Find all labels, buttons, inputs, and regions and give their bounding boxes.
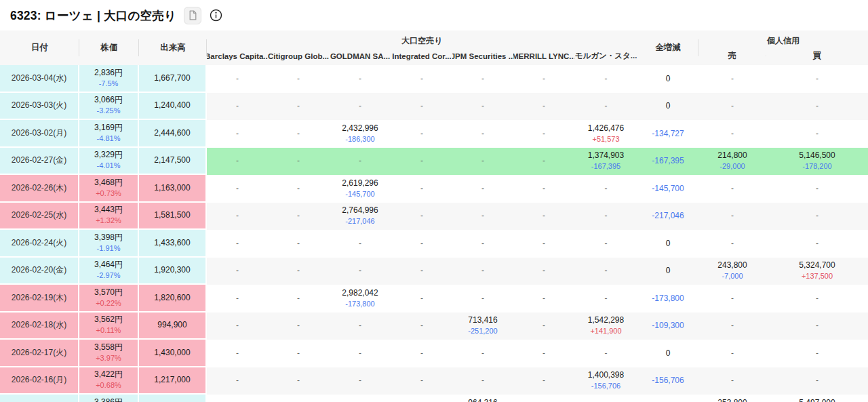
total-change-value: -109,300 — [652, 321, 684, 331]
price-cell: 3,066円-3.25% — [79, 93, 139, 121]
date-cell[interactable]: 2026-02-25(水) — [0, 203, 79, 230]
title-bar: 6323: ローツェ | 大口の空売り — [0, 0, 868, 31]
date-cell[interactable]: 2026-02-17(火) — [0, 340, 79, 367]
total-change-value: -173,800 — [652, 294, 684, 304]
empty-dash: - — [605, 211, 608, 221]
empty-dash: - — [420, 211, 423, 221]
empty-dash: - — [359, 348, 361, 359]
table-row[interactable]: 2026-02-16(月)3,422円+0.68%1,217,000------… — [0, 367, 868, 395]
volume-cell: 1,358,000 — [139, 395, 207, 402]
price-value: 3,562円 — [94, 315, 123, 325]
broker-cell: - — [513, 230, 574, 258]
broker-cell: - — [207, 367, 268, 395]
broker-cell-value: 1,374,903 — [588, 150, 624, 161]
price-cell: 3,464円-2.97% — [79, 258, 139, 285]
personal-sell-cell-value: 214,800 — [717, 150, 747, 161]
broker-cell: - — [574, 258, 637, 285]
price-cell: 3,422円+0.68% — [79, 367, 139, 395]
broker-cell: - — [391, 65, 452, 93]
broker-cell-value: 2,432,996 — [342, 123, 378, 134]
table-row[interactable]: 2026-02-13(金)3,386円-1.05%1,358,000----96… — [0, 395, 868, 402]
empty-dash: - — [297, 266, 300, 276]
empty-dash: - — [605, 184, 608, 194]
broker-cell: - — [268, 395, 329, 402]
date-cell[interactable]: 2026-02-16(月) — [0, 367, 79, 395]
empty-dash: - — [542, 239, 545, 249]
table-row[interactable]: 2026-02-25(水)3,443円+1.32%1,581,500--2,76… — [0, 203, 868, 230]
price-value: 3,169円 — [94, 123, 123, 133]
empty-dash: - — [359, 266, 361, 276]
broker-cell: - — [268, 93, 329, 121]
empty-dash: - — [359, 321, 361, 331]
price-change: +3.97% — [96, 354, 121, 363]
empty-dash: - — [731, 348, 734, 359]
price-value: 3,398円 — [94, 233, 123, 243]
table-row[interactable]: 2026-02-17(火)3,558円+3.97%1,430,000------… — [0, 340, 868, 367]
table-row[interactable]: 2026-02-18(水)3,562円+0.11%994,900----713,… — [0, 313, 868, 340]
header-broker-integrated[interactable]: Integrated Cor... — [391, 47, 452, 65]
broker-cell-change: -156,706 — [591, 382, 620, 391]
export-button[interactable] — [184, 7, 201, 24]
volume-value: 2,444,600 — [154, 128, 190, 138]
table-row[interactable]: 2026-02-24(火)3,398円-1.91%1,433,600------… — [0, 230, 868, 258]
empty-dash: - — [359, 376, 361, 386]
price-value: 3,464円 — [94, 260, 123, 270]
date-cell[interactable]: 2026-02-27(金) — [0, 148, 79, 176]
date-cell[interactable]: 2026-03-02(月) — [0, 120, 79, 148]
date-cell[interactable]: 2026-02-19(木) — [0, 285, 79, 313]
date-cell[interactable]: 2026-02-18(水) — [0, 313, 79, 340]
total-change-cell: -156,706 — [637, 367, 698, 395]
personal-buy-cell: - — [766, 367, 868, 395]
date-cell[interactable]: 2026-03-03(火) — [0, 93, 79, 121]
empty-dash: - — [731, 184, 734, 194]
header-broker-morgan[interactable]: モルガン・スタ... — [574, 47, 637, 65]
header-broker-citigroup[interactable]: Citigroup Glob... — [268, 47, 329, 65]
date-cell[interactable]: 2026-02-13(金) — [0, 395, 79, 402]
personal-sell-cell: - — [698, 65, 766, 93]
personal-sell-cell: - — [698, 93, 766, 121]
broker-cell-value: 2,619,296 — [342, 178, 378, 188]
empty-dash: - — [359, 101, 361, 111]
volume-cell: 1,920,300 — [139, 258, 207, 285]
broker-cell: - — [391, 340, 452, 367]
broker-cell: - — [329, 395, 391, 402]
table-row[interactable]: 2026-03-04(水)2,836円-7.5%1,667,700-------… — [0, 65, 868, 93]
table-row[interactable]: 2026-02-26(木)3,468円+0.73%1,163,000--2,61… — [0, 175, 868, 203]
personal-buy-cell: - — [766, 340, 868, 367]
price-value: 3,329円 — [94, 150, 123, 160]
total-change-value: -156,706 — [652, 376, 684, 386]
empty-dash: - — [236, 239, 239, 249]
empty-dash: - — [420, 74, 423, 84]
price-change: +0.68% — [96, 381, 121, 390]
date-cell[interactable]: 2026-02-24(火) — [0, 230, 79, 258]
price-value: 3,570円 — [94, 287, 123, 298]
header-broker-barclays[interactable]: Barclays Capita... — [207, 47, 268, 65]
price-value: 3,468円 — [94, 178, 123, 188]
table-row[interactable]: 2026-02-20(金)3,464円-2.97%1,920,300------… — [0, 258, 868, 285]
header-broker-merrill[interactable]: MERRILL LYNC... — [513, 47, 574, 65]
volume-value: 1,217,000 — [154, 375, 190, 385]
broker-cell: - — [391, 395, 452, 402]
header-broker-goldman[interactable]: GOLDMAN SA... — [329, 47, 391, 65]
table-row[interactable]: 2026-03-02(月)3,169円-4.81%2,444,600--2,43… — [0, 120, 868, 148]
table-row[interactable]: 2026-03-03(火)3,066円-3.25%1,240,400------… — [0, 93, 868, 121]
personal-sell-cell: - — [698, 203, 766, 230]
table-row[interactable]: 2026-02-19(木)3,570円+0.22%1,820,600--2,98… — [0, 285, 868, 313]
empty-dash: - — [236, 376, 239, 386]
date-cell[interactable]: 2026-02-26(木) — [0, 175, 79, 203]
broker-cell: - — [391, 120, 452, 148]
broker-cell-change: -167,395 — [591, 162, 620, 172]
table-row[interactable]: 2026-02-27(金)3,329円-4.01%2,147,500------… — [0, 148, 868, 176]
broker-cell-value: 2,982,042 — [342, 288, 378, 298]
volume-cell: 1,433,600 — [139, 230, 207, 258]
info-button[interactable] — [209, 9, 222, 22]
empty-dash: - — [481, 348, 484, 359]
volume-value: 1,820,600 — [154, 293, 190, 303]
header-broker-jpm[interactable]: JPM Securities ... — [452, 47, 513, 65]
empty-dash: - — [542, 74, 545, 84]
date-cell[interactable]: 2026-03-04(水) — [0, 65, 79, 93]
personal-buy-cell-value: 5,146,500 — [799, 150, 835, 161]
broker-cell: - — [268, 65, 329, 93]
date-cell[interactable]: 2026-02-20(金) — [0, 258, 79, 285]
volume-value: 1,163,000 — [154, 183, 190, 193]
